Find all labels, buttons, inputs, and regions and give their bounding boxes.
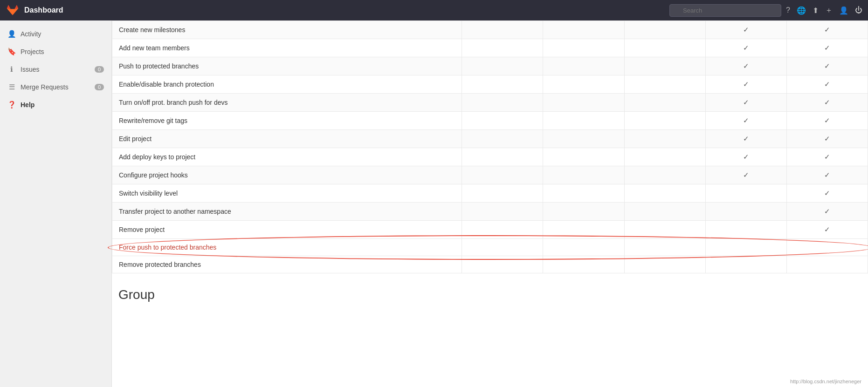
check-master: ✓ [705, 21, 786, 39]
issues-badge: 0 [95, 66, 104, 73]
permissions-table: Create new milestones✓✓Add new team memb… [112, 20, 868, 273]
checkmark: ✓ [824, 98, 830, 106]
check-developer [624, 112, 705, 130]
check-guest [462, 112, 543, 130]
check-developer [624, 256, 705, 273]
sidebar-label-projects: Projects [21, 48, 104, 55]
check-guest [462, 256, 543, 273]
globe-icon[interactable]: 🌐 [797, 6, 806, 15]
checkmark: ✓ [743, 116, 749, 124]
search-input[interactable] [669, 4, 781, 17]
table-row-action: Add deploy keys to project [112, 148, 462, 166]
checkmark: ✓ [824, 44, 830, 52]
check-reporter [543, 148, 624, 166]
checkmark: ✓ [743, 80, 749, 88]
sidebar-label-issues: Issues [21, 66, 90, 73]
check-developer [624, 166, 705, 184]
check-guest [462, 39, 543, 57]
check-owner: ✓ [786, 57, 868, 75]
checkmark: ✓ [743, 26, 749, 34]
table-row-action: Rewrite/remove git tags [112, 112, 462, 130]
help-sidebar-icon: ❓ [7, 101, 16, 109]
sidebar-label-help: Help [21, 101, 104, 109]
plus-icon[interactable]: ＋ [825, 6, 833, 15]
check-owner: ✓ [786, 221, 868, 239]
merge-requests-badge: 0 [95, 84, 104, 90]
signout-icon[interactable]: ⏻ [855, 6, 862, 14]
sidebar-item-help[interactable]: ❓ Help [0, 96, 111, 114]
sidebar: 👤 Activity 🔖 Projects ℹ Issues 0 ☰ Merge… [0, 20, 112, 387]
table-row-action: Create new milestones [112, 21, 462, 39]
table-row-action: Add new team members [112, 39, 462, 57]
check-developer [624, 239, 705, 256]
main-content: Create new milestones✓✓Add new team memb… [112, 20, 868, 387]
check-developer [624, 21, 705, 39]
group-section: Group [112, 273, 868, 312]
table-row-action: Transfer project to another namespace [112, 203, 462, 221]
check-reporter [543, 57, 624, 75]
checkmark: ✓ [743, 135, 749, 143]
sidebar-item-projects[interactable]: 🔖 Projects [0, 43, 111, 61]
checkmark: ✓ [824, 189, 830, 197]
check-reporter [543, 94, 624, 112]
table-row-action: Push to protected branches [112, 57, 462, 75]
check-guest [462, 203, 543, 221]
user-icon[interactable]: 👤 [839, 6, 848, 15]
layout: 👤 Activity 🔖 Projects ℹ Issues 0 ☰ Merge… [0, 20, 868, 387]
check-master [705, 203, 786, 221]
check-owner: ✓ [786, 203, 868, 221]
check-guest [462, 166, 543, 184]
highlighted-action: Force push to protected branches [119, 244, 216, 251]
check-owner [786, 239, 868, 256]
navbar-icons: ? 🌐 ⬆ ＋ 👤 ⏻ [786, 6, 862, 15]
check-guest [462, 184, 543, 203]
check-master: ✓ [705, 57, 786, 75]
help-icon[interactable]: ? [786, 6, 790, 14]
check-master [705, 239, 786, 256]
checkmark: ✓ [824, 225, 830, 233]
check-owner: ✓ [786, 21, 868, 39]
check-developer [624, 94, 705, 112]
checkmark: ✓ [824, 207, 830, 215]
check-guest [462, 239, 543, 256]
check-owner [786, 256, 868, 273]
check-master: ✓ [705, 166, 786, 184]
table-row-action: Configure project hooks [112, 166, 462, 184]
check-reporter [543, 256, 624, 273]
table-row-action: Enable/disable branch protection [112, 75, 462, 94]
check-master: ✓ [705, 112, 786, 130]
check-guest [462, 75, 543, 94]
sidebar-item-issues[interactable]: ℹ Issues 0 [0, 61, 111, 78]
check-reporter [543, 39, 624, 57]
check-reporter [543, 239, 624, 256]
check-owner: ✓ [786, 166, 868, 184]
check-guest [462, 94, 543, 112]
check-reporter [543, 130, 624, 148]
check-guest [462, 21, 543, 39]
search-wrapper: 🔍 [669, 4, 781, 17]
check-reporter [543, 112, 624, 130]
check-developer [624, 221, 705, 239]
checkmark: ✓ [824, 62, 830, 70]
check-guest [462, 148, 543, 166]
upload-icon[interactable]: ⬆ [813, 6, 819, 15]
check-owner: ✓ [786, 75, 868, 94]
checkmark: ✓ [743, 171, 749, 179]
sidebar-item-activity[interactable]: 👤 Activity [0, 25, 111, 43]
navbar: Dashboard 🔍 ? 🌐 ⬆ ＋ 👤 ⏻ [0, 0, 868, 20]
merge-requests-icon: ☰ [7, 83, 16, 91]
check-reporter [543, 166, 624, 184]
check-guest [462, 57, 543, 75]
check-owner: ✓ [786, 148, 868, 166]
check-developer [624, 39, 705, 57]
checkmark: ✓ [743, 44, 749, 52]
check-reporter [543, 221, 624, 239]
check-developer [624, 203, 705, 221]
projects-icon: 🔖 [7, 48, 16, 56]
navbar-title: Dashboard [24, 6, 63, 14]
app-logo[interactable] [6, 3, 20, 17]
check-master [705, 256, 786, 273]
check-owner: ✓ [786, 39, 868, 57]
sidebar-item-merge-requests[interactable]: ☰ Merge Requests 0 [0, 78, 111, 96]
check-owner: ✓ [786, 184, 868, 203]
